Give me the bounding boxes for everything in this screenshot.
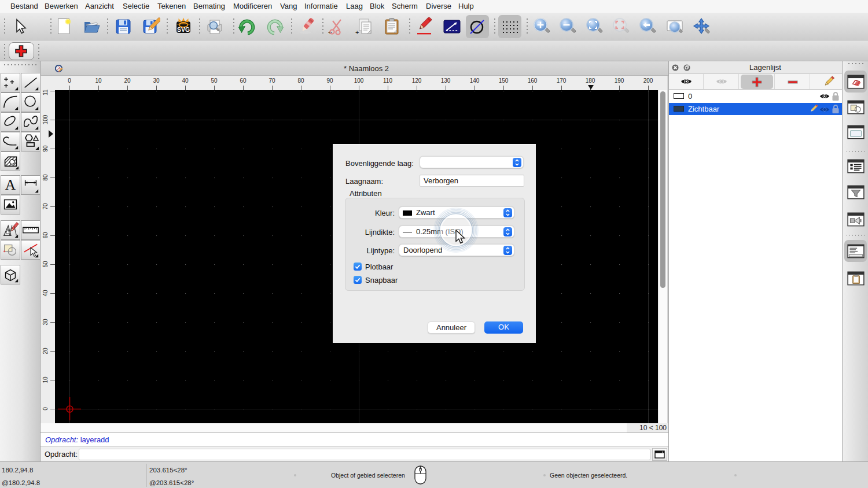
svg-text:100: 100 (42, 114, 49, 124)
svg-text:120: 120 (412, 77, 422, 84)
svg-text:20: 20 (42, 347, 49, 354)
svg-text:0: 0 (42, 407, 49, 411)
svg-text:190: 190 (615, 77, 624, 84)
svg-text:40: 40 (182, 77, 189, 84)
svg-text:30: 30 (42, 319, 49, 326)
svg-text:20: 20 (124, 77, 131, 84)
svg-text:10: 10 (42, 376, 49, 383)
svg-text:110: 110 (383, 77, 392, 84)
svg-text:180: 180 (586, 77, 595, 84)
svg-text:A: A (5, 176, 16, 193)
svg-text:70: 70 (42, 203, 49, 210)
svg-text:90: 90 (326, 77, 333, 84)
svg-text:0: 0 (68, 77, 71, 84)
svg-text:80: 80 (42, 174, 49, 181)
svg-text:50: 50 (42, 261, 49, 268)
svg-text:150: 150 (499, 77, 509, 84)
svg-text:50: 50 (211, 77, 218, 84)
svg-text:60: 60 (240, 77, 247, 84)
svg-text:90: 90 (42, 145, 49, 152)
svg-text:130: 130 (441, 77, 451, 84)
svg-text:100: 100 (354, 77, 364, 84)
svg-text:SVG: SVG (177, 26, 190, 33)
svg-text:60: 60 (42, 232, 49, 239)
svg-text:170: 170 (557, 77, 567, 84)
svg-text:70: 70 (269, 77, 275, 84)
svg-text:10: 10 (95, 77, 102, 84)
svg-text:160: 160 (528, 77, 538, 84)
svg-text:110: 110 (42, 86, 49, 95)
svg-text:30: 30 (153, 77, 160, 84)
svg-text:40: 40 (42, 290, 49, 297)
svg-text:80: 80 (297, 77, 304, 84)
svg-text:200: 200 (643, 77, 653, 84)
svg-text:140: 140 (470, 77, 480, 84)
svg-text:+: + (355, 29, 359, 36)
